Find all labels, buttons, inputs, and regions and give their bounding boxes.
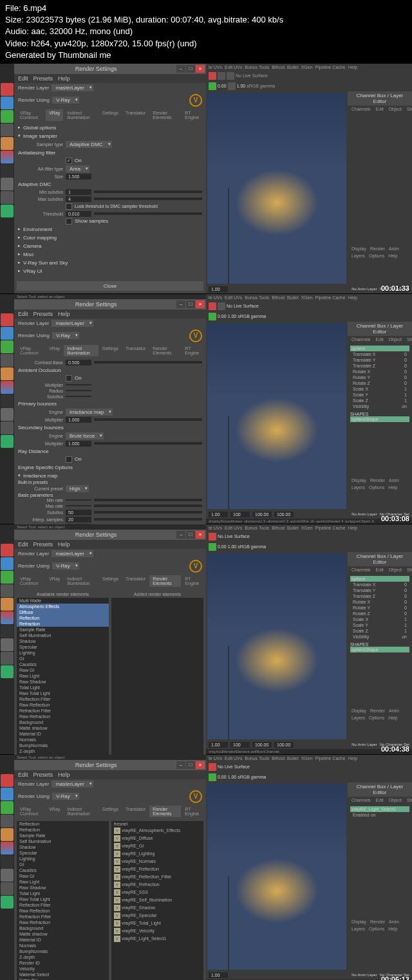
icon[interactable] [209, 302, 216, 310]
menu-presets[interactable]: Presets [33, 311, 53, 317]
input[interactable]: 1.000 [66, 417, 91, 423]
menu-item[interactable]: Pipeline Cache [315, 65, 346, 69]
menu[interactable]: te UVs [209, 526, 222, 530]
tab[interactable]: Indirect Illumination [64, 575, 98, 587]
menu[interactable]: Edit [18, 772, 28, 778]
tab[interactable]: Anim [389, 478, 399, 483]
layers-tab[interactable]: Render [370, 246, 385, 251]
tab[interactable]: Render [370, 920, 385, 924]
tool-icon[interactable] [1, 421, 14, 434]
list-item[interactable]: Caustics [17, 661, 109, 667]
menu-presets[interactable]: Presets [33, 75, 53, 82]
list-item[interactable]: Sample Rate [17, 833, 109, 838]
list-item[interactable]: YvrayRE_Specular [111, 912, 203, 920]
tool-icon[interactable] [1, 137, 14, 150]
tool-icon[interactable] [1, 598, 14, 611]
slider[interactable] [94, 504, 202, 507]
list-item[interactable]: GI [17, 656, 109, 661]
tab[interactable]: Settings [99, 806, 122, 817]
list-item[interactable]: Lighting [17, 856, 109, 862]
tab[interactable]: Display [351, 478, 366, 483]
menu[interactable]: Bullet [287, 295, 299, 300]
list-item[interactable]: Render ID [17, 960, 109, 966]
tab[interactable]: Settings [99, 575, 122, 587]
input[interactable]: 20 [66, 517, 91, 522]
list-item[interactable]: Normals [17, 943, 109, 948]
menu-item[interactable]: te UVs [209, 65, 222, 69]
menu[interactable]: Bullet [287, 526, 299, 530]
maximize-button[interactable]: □ [186, 65, 195, 73]
list-item[interactable]: Raw Refraction [17, 920, 109, 925]
tab[interactable]: Render [370, 478, 385, 483]
checkbox[interactable] [66, 456, 72, 463]
menu[interactable]: Bifrost [272, 756, 285, 761]
aa-type-dropdown[interactable]: Area [66, 165, 89, 172]
label[interactable]: sRGB gamma [238, 775, 266, 779]
tool-icon[interactable] [1, 882, 14, 895]
tab-elements[interactable]: Render Elements [149, 575, 181, 587]
tab[interactable]: Display [351, 708, 366, 713]
object-name[interactable]: sphere [350, 576, 409, 582]
minimize-button[interactable]: – [176, 65, 185, 73]
attr-row[interactable]: Rotate Y0 [350, 605, 409, 611]
menu[interactable]: te UVs [209, 295, 222, 300]
tool-icon[interactable] [1, 842, 14, 855]
tab[interactable]: Anim [389, 708, 399, 713]
tool-icon[interactable] [1, 124, 14, 136]
tool-icon[interactable] [1, 313, 14, 326]
list-item[interactable]: Self Illumination [17, 838, 109, 844]
section-sun[interactable]: V-Ray Sun and Sky [18, 259, 202, 267]
menu[interactable]: Edit [18, 541, 28, 548]
close[interactable]: × [196, 531, 205, 539]
section-ui[interactable]: VRay UI [18, 267, 202, 275]
tab[interactable]: Edit [376, 798, 384, 802]
tab[interactable]: Show [407, 337, 412, 342]
tab[interactable]: RT Engine [182, 575, 203, 587]
layers-menu[interactable]: Layers [351, 254, 365, 258]
num[interactable]: 100.00 [274, 742, 294, 748]
menu[interactable]: Help [58, 541, 70, 548]
num[interactable]: 100 [230, 742, 250, 748]
min-slider[interactable] [94, 190, 202, 193]
close[interactable]: × [196, 761, 205, 769]
tool-icon[interactable] [1, 869, 14, 882]
dropdown[interactable]: V-Ray [52, 793, 79, 800]
list-item[interactable]: YvrayRE_Diffuse [111, 835, 203, 842]
list-item[interactable]: YvrayRE_Total_Light [111, 920, 203, 927]
tool-icon[interactable] [1, 83, 14, 96]
list-item[interactable]: GI [17, 862, 109, 867]
tab[interactable]: Display [351, 920, 366, 924]
num[interactable]: 1.00 [209, 972, 228, 978]
num[interactable]: 100.00 [274, 512, 294, 517]
slider[interactable] [94, 418, 202, 421]
menu-item[interactable]: Bullet [287, 65, 299, 69]
input[interactable] [66, 499, 91, 501]
tab[interactable]: Show [407, 798, 412, 802]
list-item[interactable]: Multi Matte [17, 598, 109, 604]
menu[interactable]: Layers [351, 716, 365, 720]
list-item[interactable]: Z-depth [17, 954, 109, 960]
close-button[interactable]: × [196, 300, 205, 308]
list-item[interactable]: Refraction [17, 827, 109, 833]
num[interactable]: 1.00 [209, 742, 228, 748]
max[interactable]: □ [186, 761, 195, 769]
list-item[interactable]: YvrayRE_Refraction [111, 881, 203, 889]
tool-icon[interactable] [1, 191, 14, 204]
list-item[interactable]: YvrayRE_Reflection_Filter [111, 873, 203, 881]
icon[interactable] [209, 543, 216, 551]
list-item[interactable]: YvrayRE_SSS [111, 889, 203, 896]
tab[interactable]: Object [389, 337, 402, 342]
label[interactable]: sRGB gamma [238, 314, 266, 319]
attr-row[interactable]: Rotate X0 [350, 369, 409, 374]
attr-row[interactable]: Scale X1 [350, 386, 409, 392]
list-item[interactable]: Atmospheric Effects [17, 604, 109, 609]
list-item[interactable]: YvrayRE_Normals [111, 858, 203, 865]
tab[interactable]: VRay Common [17, 575, 45, 587]
attr-row[interactable]: Translate Y0 [350, 587, 409, 593]
tool-icon[interactable] [1, 544, 14, 557]
tab[interactable]: Settings [99, 345, 122, 356]
tool-icon[interactable] [1, 652, 14, 665]
icon[interactable] [209, 533, 216, 541]
list-item[interactable]: Lighting [17, 650, 109, 656]
list-item[interactable]: Reflection Filter [17, 696, 109, 702]
